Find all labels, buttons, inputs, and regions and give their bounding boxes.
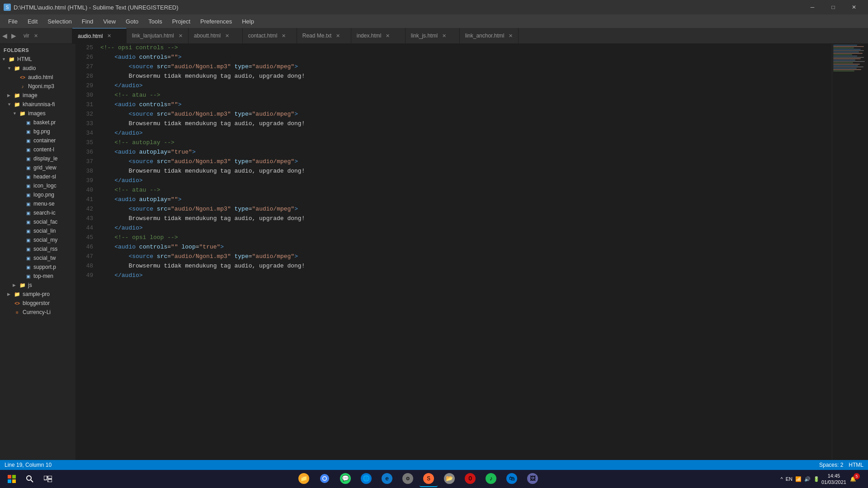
sidebar-folder-js[interactable]: ▶ 📁 js [0, 281, 75, 290]
sidebar-file-logo[interactable]: ▣ logo.png [0, 190, 75, 199]
menu-view[interactable]: View [99, 16, 120, 27]
sidebar-folder-images[interactable]: ▼ 📁 images [0, 109, 75, 118]
clock[interactable]: 14:45 01/03/2021 [821, 473, 846, 486]
taskbar-opera[interactable]: O [461, 471, 479, 487]
line-content-30[interactable]: <!-- atau --> [99, 91, 832, 101]
tab-link-js-close[interactable]: ✕ [442, 33, 446, 39]
line-content-47[interactable]: <source src="audio/Ngoni.mp3" type="audi… [99, 253, 832, 262]
tab-vir[interactable]: vir ✕ [18, 28, 72, 43]
taskbar-whatsapp[interactable]: 💬 [336, 471, 354, 487]
line-content-49[interactable]: </audio> [99, 272, 832, 281]
maximize-button[interactable]: □ [823, 0, 844, 14]
sidebar-file-ngoni[interactable]: ♪ Ngoni.mp3 [0, 82, 75, 91]
tab-nav-next[interactable]: ▶ [9, 28, 18, 43]
menu-help[interactable]: Help [237, 16, 259, 27]
sidebar-file-icon-log[interactable]: ▣ icon_logc [0, 181, 75, 190]
menu-preferences[interactable]: Preferences [196, 16, 236, 27]
line-content-42[interactable]: <source src="audio/Ngoni.mp3" type="audi… [99, 205, 832, 215]
line-content-40[interactable]: <!-- atau --> [99, 186, 832, 196]
close-button[interactable]: ✕ [844, 0, 864, 14]
tab-contact-close[interactable]: ✕ [282, 33, 286, 39]
line-content-43[interactable]: Browsermu tidak mendukung tag audio, upg… [99, 215, 832, 224]
line-content-45[interactable]: <!-- opsi loop --> [99, 234, 832, 243]
sidebar-file-menu[interactable]: ▣ menu-se [0, 199, 75, 208]
line-content-37[interactable]: <source src="audio/Ngoni.mp3" type="audi… [99, 158, 832, 167]
sidebar-file-social-lin[interactable]: ▣ social_lin [0, 226, 75, 235]
line-content-28[interactable]: Browsermu tidak mendukung tag audio, upg… [99, 72, 832, 82]
sidebar-folder-audio[interactable]: ▼ 📁 audio [0, 64, 75, 73]
line-content-31[interactable]: <audio controls=""> [99, 101, 832, 110]
taskbar-network[interactable]: 🌐 [357, 471, 375, 487]
tab-readme-close[interactable]: ✕ [336, 33, 340, 39]
line-content-36[interactable]: <audio autoplay="true"> [99, 148, 832, 158]
sidebar-folder-image[interactable]: ▶ 📁 image [0, 91, 75, 100]
line-content-34[interactable]: </audio> [99, 129, 832, 139]
tab-link-lanjutan[interactable]: link_lanjutan.html ✕ [127, 28, 189, 43]
sidebar-file-grid[interactable]: ▣ grid_view [0, 163, 75, 172]
tab-nav-prev[interactable]: ◀ [0, 28, 9, 43]
line-content-25[interactable]: <!-- opsi controls --> [99, 44, 832, 53]
minimize-button[interactable]: ─ [802, 0, 823, 14]
line-content-46[interactable]: <audio controls="" loop="true"> [99, 243, 832, 253]
sidebar-file-container[interactable]: ▣ container [0, 136, 75, 145]
sidebar-file-social-fac[interactable]: ▣ social_fac [0, 217, 75, 226]
editor[interactable]: 25<!-- opsi controls -->26 <audio contro… [76, 44, 832, 460]
taskbar-files[interactable]: 📂 [440, 471, 458, 487]
sidebar-file-social-rss[interactable]: ▣ social_rss [0, 244, 75, 253]
taskbar-file-explorer[interactable]: 📁 [295, 471, 313, 487]
menu-goto[interactable]: Goto [121, 16, 143, 27]
sidebar-folder-sample[interactable]: ▶ 📁 sample-pro [0, 290, 75, 299]
tab-readme[interactable]: Read Me.txt ✕ [297, 28, 351, 43]
tab-vir-close[interactable]: ✕ [34, 33, 38, 39]
taskbar-spotify[interactable]: ♪ [482, 471, 500, 487]
indentation-setting[interactable]: Spaces: 2 [819, 462, 843, 468]
taskbar-chrome[interactable] [316, 471, 334, 487]
menu-selection[interactable]: Selection [43, 16, 76, 27]
tab-aboutt-close[interactable]: ✕ [225, 33, 229, 39]
taskbar-photos[interactable]: 🖼 [524, 471, 542, 487]
line-content-35[interactable]: <!-- autoplay --> [99, 139, 832, 148]
sidebar-file-content-l[interactable]: ▣ content-l [0, 145, 75, 154]
sidebar-folder-html[interactable]: ▼ 📁 HTML [0, 55, 75, 64]
line-content-48[interactable]: Browsermu tidak mendukung tag audio, upg… [99, 262, 832, 272]
taskbar-edge[interactable]: e [378, 471, 396, 487]
minimap[interactable] [832, 44, 868, 460]
tab-index-close[interactable]: ✕ [386, 33, 390, 39]
line-content-41[interactable]: <audio autoplay=""> [99, 196, 832, 205]
sidebar-file-social-tw[interactable]: ▣ social_tw [0, 253, 75, 263]
tab-audio-html-close[interactable]: ✕ [107, 33, 111, 39]
notification-button[interactable]: 🔔 5 [848, 471, 864, 487]
taskbar-sublime[interactable]: S [420, 471, 438, 487]
sidebar-folder-khairunnisa[interactable]: ▼ 📁 khairunnisa-fi [0, 100, 75, 109]
line-content-33[interactable]: Browsermu tidak mendukung tag audio, upg… [99, 120, 832, 129]
sidebar-file-audio-html[interactable]: <> audio.html [0, 73, 75, 82]
sidebar-file-top-men[interactable]: ▣ top-men [0, 272, 75, 281]
sidebar-file-header[interactable]: ▣ header-sl [0, 172, 75, 181]
tab-audio-html[interactable]: audio.html ✕ [72, 28, 127, 43]
tab-contact[interactable]: contact.html ✕ [243, 28, 297, 43]
line-content-39[interactable]: </audio> [99, 177, 832, 186]
tab-link-lanjutan-close[interactable]: ✕ [179, 33, 183, 39]
tray-arrow[interactable]: ^ [780, 476, 783, 482]
line-content-29[interactable]: </audio> [99, 82, 832, 91]
start-button[interactable] [4, 471, 20, 487]
line-content-38[interactable]: Browsermu tidak mendukung tag audio, upg… [99, 167, 832, 177]
line-content-26[interactable]: <audio controls=""> [99, 53, 832, 63]
sidebar-file-support[interactable]: ▣ support.p [0, 263, 75, 272]
line-content-27[interactable]: <source src="audio/Ngoni.mp3" type="audi… [99, 63, 832, 72]
tab-link-anchor-close[interactable]: ✕ [509, 33, 513, 39]
language-mode[interactable]: HTML [849, 462, 863, 468]
menu-file[interactable]: File [4, 16, 22, 27]
sidebar-file-display[interactable]: ▣ display_le [0, 154, 75, 163]
sidebar-file-search[interactable]: ▣ search-ic [0, 208, 75, 217]
sidebar-file-basket[interactable]: ▣ basket.pr [0, 118, 75, 127]
sidebar-file-currency[interactable]: ≡ Currency-Li [0, 308, 75, 317]
taskbar-store[interactable]: 🛍 [503, 471, 521, 487]
sidebar-file-bloggerstor[interactable]: <> bloggerstor [0, 299, 75, 308]
tab-link-anchor[interactable]: link_anchor.html ✕ [460, 28, 519, 43]
taskbar-settings[interactable]: ⚙ [399, 471, 417, 487]
tab-index[interactable]: index.html ✕ [351, 28, 406, 43]
tab-aboutt[interactable]: aboutt.html ✕ [189, 28, 243, 43]
line-content-32[interactable]: <source src="audio/Ngoni.mp3" type="audi… [99, 110, 832, 120]
sidebar-file-bg[interactable]: ▣ bg.png [0, 127, 75, 136]
